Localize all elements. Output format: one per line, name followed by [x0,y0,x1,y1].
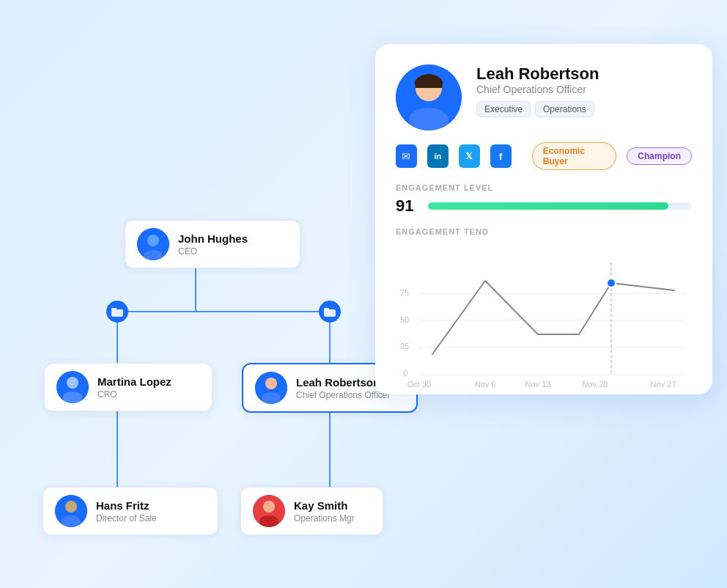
hans-name: Hans Fritz [96,499,157,512]
email-icon[interactable]: ✉ [396,144,417,168]
cro-title: CRO [97,389,171,400]
svg-rect-7 [111,308,117,311]
economic-buyer-badge: Economic Buyer [532,142,617,170]
chart-section: ENGAGEMENT TEND 0 25 50 75 [396,227,692,394]
avatar-hans [55,495,87,527]
svg-text:Nov 20: Nov 20 [583,380,608,389]
svg-text:Nov 6: Nov 6 [475,380,496,389]
progress-bar-bg [428,202,692,210]
avatar-coo [255,372,287,404]
ceo-title: CEO [178,246,248,257]
tag-operations: Operations [535,101,594,117]
tag-executive: Executive [476,101,531,117]
detail-title: Chief Operations Officer [476,84,599,95]
svg-text:50: 50 [400,315,409,324]
svg-point-17 [265,378,277,389]
avatar-cro [56,371,89,403]
org-chart: John Hughes CEO Martina Lopez CRO [22,59,374,557]
svg-text:25: 25 [400,342,409,350]
svg-point-14 [67,377,78,389]
facebook-icon[interactable]: f [490,144,512,168]
coo-title: Chief Operations Officer [296,390,391,400]
svg-point-24 [259,515,278,527]
progress-bar-fill [428,202,668,210]
twitter-icon[interactable]: 𝕏 [459,144,480,168]
svg-rect-9 [324,308,329,311]
svg-text:75: 75 [400,288,409,297]
avatar-ceo [137,228,169,260]
kay-title: Operations Mgr [294,513,355,523]
svg-point-11 [147,235,159,246]
hans-title: Director of Sale [96,513,157,523]
detail-header: Leah Robertson Chief Operations Officer … [396,65,692,131]
svg-point-18 [262,392,281,404]
svg-point-15 [63,392,82,403]
avatar-kay [253,495,285,527]
kay-name: Kay Smith [294,499,355,512]
social-badges-row: ✉ in 𝕏 f Economic Buyer Champion [396,142,692,170]
engagement-label: ENGAGEMENT LEVEL [396,183,692,192]
trend-label: ENGAGEMENT TEND [396,227,692,236]
detail-tags: Executive Operations [476,101,599,117]
node-kay[interactable]: Kay Smith Operations Mgr [240,487,383,535]
svg-text:Nov 13: Nov 13 [525,380,551,389]
node-hans[interactable]: Hans Fritz Director of Sale [43,487,218,535]
ceo-name: John Hughes [178,232,248,245]
svg-point-37 [607,279,616,287]
engagement-score: 91 [396,196,418,216]
champion-badge: Champion [627,147,692,165]
node-cro[interactable]: Martina Lopez CRO [44,363,213,411]
svg-text:Oct 30: Oct 30 [407,380,431,389]
svg-text:Nov 27: Nov 27 [651,380,676,389]
chart-area: 0 25 50 75 Oct 30 Nov 6 Nov 13 [396,240,692,394]
engagement-section: ENGAGEMENT LEVEL 91 [396,183,692,216]
detail-avatar [396,65,462,131]
branch-dot-left [106,301,128,323]
svg-text:0: 0 [403,369,407,378]
svg-point-23 [263,501,275,512]
cro-name: Martina Lopez [97,375,171,388]
node-ceo[interactable]: John Hughes CEO [125,220,300,268]
branch-dot-right [319,301,341,323]
svg-point-20 [65,501,77,512]
linkedin-icon[interactable]: in [427,144,449,168]
detail-card: Leah Robertson Chief Operations Officer … [375,44,712,394]
detail-name: Leah Robertson [476,65,599,84]
svg-point-21 [62,515,81,527]
